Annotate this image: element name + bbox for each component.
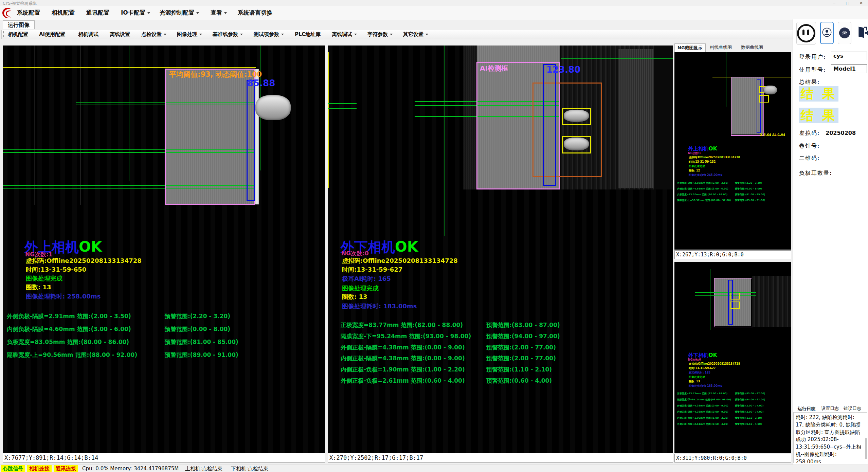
menu-light-config[interactable]: 光源控制配置 — [160, 9, 199, 17]
menu-language-switch[interactable]: 系统语言切换 — [238, 9, 272, 17]
warn-text: 预警范围:(2.20 - 3.20) — [735, 181, 762, 185]
tab-blob — [255, 95, 291, 120]
menu-label: 相机配置 — [52, 9, 75, 16]
loop-count-line: 圈数: 12 — [689, 169, 700, 173]
process-done-line: 图像处理完成 — [689, 164, 705, 168]
qr-code-label: 二维码: — [799, 155, 820, 162]
baseline-yellow-vertical — [328, 52, 329, 188]
menu-label: 查看 — [211, 9, 222, 16]
tool-label: 相机调试 — [78, 31, 98, 37]
login-user-value[interactable]: cys — [831, 52, 867, 60]
measure-text: 隔膜宽度-上=90.56mm 范围:(88.00 - 92.00) — [7, 351, 137, 359]
measure-text: 外侧正极-隔膜=4.38mm 范围:(0.00 - 9.00) — [341, 344, 465, 351]
warn-text: 预警范围:(2.20 - 3.20) — [165, 312, 230, 320]
close-button[interactable]: ✕ — [854, 0, 868, 6]
upper-camera-status: 上相机:点检结束 — [185, 465, 222, 472]
measure-text: 内侧正极-隔膜=4.38mm 范围:(0.00 - 9.00) — [677, 410, 728, 414]
chevron-down-icon — [164, 34, 166, 35]
view-tabstrip: 运行图像 — [0, 20, 868, 29]
menu-view[interactable]: 查看 — [211, 9, 227, 17]
login-user-label: 登录用户: — [799, 54, 826, 61]
measurement-row: 内侧正极-隔膜=4.38mm 范围:(0.00 - 9.00)预警范围:(2.0… — [328, 355, 673, 362]
measurement-row: 内侧负极-隔膜=4.68mm 范围:(3.00 - 6.00)预警范围:(0.0… — [674, 187, 791, 190]
measure-rect-blue — [543, 64, 556, 186]
tab-error-log[interactable]: 错误日志 — [841, 405, 864, 412]
maximize-button[interactable]: □ — [841, 0, 854, 6]
measure-text: 内侧正极-隔膜=4.38mm 范围:(0.00 - 9.00) — [341, 355, 465, 362]
tool-label: 离线设置 — [110, 31, 130, 37]
menu-bar: 系统配置 相机配置 通讯配置 IO卡配置 光源控制配置 查看 系统语言切换 — [0, 6, 868, 20]
tool-other-settings[interactable]: 其它设置 — [403, 31, 428, 38]
tool-plc-address[interactable]: PLC地址库 — [295, 31, 321, 38]
tool-char-params[interactable]: 字符参数 — [367, 31, 393, 38]
warn-text: 预警范围:(0.00 - 8.00) — [735, 187, 762, 190]
tab-run-image[interactable]: 运行图像 — [3, 20, 35, 29]
menu-label: IO卡配置 — [121, 9, 145, 16]
measurement-row: 外侧正极-隔膜=4.38mm 范围:(0.00 - 9.00)预警范围:(2.0… — [674, 404, 791, 407]
tab-run-log[interactable]: 运行日志 — [795, 405, 818, 413]
guide-line — [328, 108, 357, 109]
user-group-button[interactable] — [838, 22, 851, 44]
result-ok: OK — [708, 352, 717, 358]
guide-line-vertical — [726, 52, 726, 107]
warn-text: 预警范围:(83.00 - 87.00) — [486, 321, 560, 329]
tool-spotcheck-setting[interactable]: 点检设置 — [141, 31, 166, 38]
chevron-down-icon — [240, 34, 243, 35]
tool-camera-debug[interactable]: 相机调试 — [78, 31, 98, 38]
result-ok: OK — [708, 145, 717, 152]
model-value[interactable]: Model1 — [831, 65, 867, 73]
tool-label: 测试项参数 — [254, 31, 279, 37]
tool-image-process[interactable]: 图像处理 — [177, 31, 202, 38]
log-scrollbar[interactable] — [865, 438, 867, 459]
ai-detect-label: AI检测框 — [480, 64, 508, 73]
tab-detect-rect — [759, 95, 769, 103]
pause-button[interactable] — [796, 22, 816, 45]
minimize-button[interactable]: ─ — [827, 0, 841, 6]
loop-count-line: 圈数: 13 — [689, 380, 700, 383]
camera-view-upper[interactable]: 平均阈值:93, 动态阈值:100 85.88 外上相机OK NG次数:1 虚拟… — [3, 46, 325, 453]
ng-thumbnail-upper[interactable]: X:5.64 AL:1.94 外上相机OK NG次数:1 虚拟码:Offline… — [674, 52, 791, 250]
tab-ng-screenshot[interactable]: NG截图显示 — [674, 43, 706, 52]
process-done-line: 图像处理完成 — [689, 375, 705, 379]
tool-offline-debug[interactable]: 离线调试 — [332, 31, 357, 38]
measure-text: 负极宽度=83.20mm 范围:(80.00 - 86.00) — [677, 193, 727, 196]
menu-camera-config[interactable]: 相机配置 — [52, 9, 75, 17]
tool-baseline-params[interactable]: 基准线参数 — [213, 31, 243, 38]
measure-text: 外侧负极-隔膜=3.03mm 范围:(2.00 - 3.50) — [677, 181, 728, 185]
run-log-text: 耗时: 222, 缺陷检测耗时: 17, 缺陷分类耗时: 0, 缺陷提取分区耗时… — [793, 412, 867, 463]
warn-text: 预警范围:(2.00 - 77.00) — [735, 410, 763, 414]
toolbar-grip-handle[interactable] — [3, 31, 5, 37]
tool-testitem-params[interactable]: 测试项参数 — [254, 31, 284, 38]
time-line: 时间:13-31-59-627 — [342, 266, 402, 274]
tool-ai-use-config[interactable]: AI使用配置 — [39, 31, 65, 38]
chevron-down-icon — [224, 12, 227, 14]
measurement-row: 外侧正极-隔膜=4.38mm 范围:(0.00 - 9.00)预警范围:(2.0… — [328, 344, 673, 351]
ng-upper-coords: X:267;Y:13;R:0;G:0;B:0 — [674, 250, 791, 259]
measurement-row: 隔膜宽度-下=95.24mm 范围:(93.00 - 98.00)预警范围:(9… — [328, 332, 673, 340]
cpu-memory-text: Cpu: 0.0% Memory: 3424.41796875M — [82, 465, 179, 472]
ng-thumbnail-lower[interactable]: 外下相机OK NG次数:0 虚拟码:Offline202502081331347… — [674, 262, 791, 453]
menu-iocard-config[interactable]: IO卡配置 — [121, 9, 150, 17]
menu-system-config[interactable]: 系统配置 — [17, 9, 40, 17]
guide-line-vertical — [445, 46, 445, 236]
tab-detect-rect — [730, 302, 740, 309]
measure-value-overlay: 85.88 — [247, 78, 275, 88]
tool-offline-setting[interactable]: 离线设置 — [110, 31, 130, 38]
measurement-row: 内侧负极-隔膜=4.60mm 范围:(3.00 - 6.00)预警范围:(0.0… — [3, 325, 325, 333]
tab-data-curve[interactable]: 数据曲线图 — [738, 43, 766, 52]
measurement-row: 隔膜宽度-下=95.24mm 范围:(93.00 - 98.00)预警范围:(9… — [674, 398, 791, 401]
status-bar: 心跳信号 相机连接 通讯连接 Cpu: 0.0% Memory: 3424.41… — [0, 465, 868, 472]
tool-label: 点检设置 — [141, 31, 162, 37]
exit-button[interactable] — [855, 22, 868, 44]
tab-material-curve[interactable]: 料线曲线图 — [707, 43, 735, 52]
tool-label: 字符参数 — [367, 31, 388, 37]
tool-camera-config[interactable]: 相机配置 — [8, 31, 28, 38]
tool-label: 图像处理 — [177, 31, 197, 37]
thumb-caption: X:5.64 AL:1.94 — [760, 133, 785, 137]
tab-setting-log[interactable]: 设置日志 — [819, 405, 841, 412]
menu-comm-config[interactable]: 通讯配置 — [86, 9, 109, 17]
user-button[interactable] — [820, 22, 834, 44]
camera-view-lower[interactable]: AI检测框 123.80 外下相机OK NG次数:0 虚拟码:Offline20… — [328, 46, 673, 453]
guide-line-vertical — [710, 269, 710, 330]
loop-count-line: 圈数: 13 — [26, 283, 51, 291]
